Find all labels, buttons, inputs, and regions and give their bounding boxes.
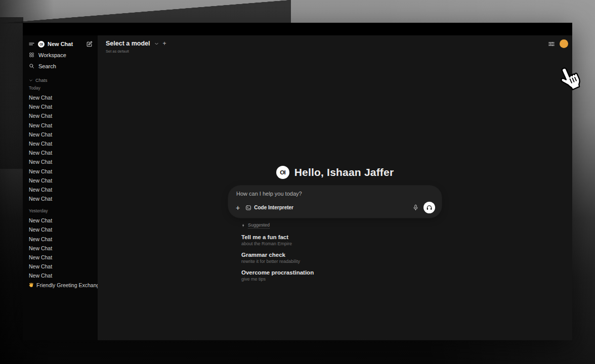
headphones-icon — [426, 204, 433, 211]
chat-list: TodayNew ChatNew ChatNew ChatNew ChatNew… — [23, 84, 98, 290]
suggestion-subtitle: about the Roman Empire — [241, 241, 442, 246]
sidebar-item-search[interactable]: Search — [23, 61, 98, 71]
chat-list-item[interactable]: New Chat — [23, 244, 98, 253]
suggestion-item[interactable]: Tell me a fun fact about the Roman Empir… — [241, 234, 442, 246]
model-selector-area: Select a model + Set as default — [106, 40, 166, 54]
chat-list-item[interactable]: New Chat — [23, 262, 98, 271]
app-window: OI New Chat Workspace Search — [23, 23, 572, 340]
chat-list-item[interactable]: New Chat — [23, 235, 98, 244]
chat-list-item[interactable]: New Chat — [23, 167, 98, 176]
controls-sliders-icon[interactable] — [548, 40, 555, 48]
workspace-grid-icon — [29, 52, 34, 58]
workspace-label: Workspace — [38, 52, 66, 58]
microphone-icon[interactable] — [412, 204, 419, 211]
user-avatar[interactable] — [560, 39, 568, 48]
suggestion-item[interactable]: Overcome procrastination give me tips — [241, 269, 442, 282]
chat-list-item[interactable]: New Chat — [23, 148, 98, 157]
chat-list-item[interactable]: New Chat — [23, 139, 98, 148]
sidebar-header: OI New Chat — [23, 39, 98, 49]
chat-list-item[interactable]: New Chat — [23, 121, 98, 130]
chat-list-item[interactable]: New Chat — [23, 157, 98, 166]
chat-list-item[interactable]: New Chat — [23, 185, 98, 194]
chat-list-item[interactable]: New Chat — [23, 194, 98, 203]
chats-section-label: Chats — [35, 78, 48, 83]
chat-list-item[interactable]: New Chat — [23, 93, 98, 102]
chat-list-item[interactable]: New Chat — [23, 102, 98, 111]
chat-group-label: Yesterday — [23, 207, 98, 215]
suggestion-item[interactable]: Grammar check rewrite it for better read… — [241, 252, 442, 264]
openwebui-logo: OI — [38, 41, 45, 48]
add-model-button[interactable]: + — [163, 41, 166, 46]
sidebar: OI New Chat Workspace Search — [23, 35, 98, 340]
chat-list-item[interactable]: New Chat — [23, 216, 98, 225]
main-area: Select a model + Set as default OI — [98, 35, 572, 340]
chats-section-toggle[interactable]: Chats — [23, 77, 98, 83]
wave-emoji-icon — [29, 281, 34, 290]
search-label: Search — [38, 63, 56, 69]
sidebar-toggle-icon[interactable] — [28, 41, 35, 48]
window-titlebar — [23, 23, 572, 35]
suggested-label: Suggested — [248, 222, 270, 229]
sidebar-item-workspace[interactable]: Workspace — [23, 50, 98, 60]
new-chat-icon[interactable] — [86, 41, 93, 48]
code-interpreter-label: Code Interpreter — [254, 205, 293, 210]
suggestion-title: Overcome procrastination — [241, 269, 442, 276]
terminal-icon — [245, 205, 251, 211]
chat-list-item[interactable]: New Chat — [23, 130, 98, 139]
wallpaper-wedge-left — [0, 17, 23, 169]
voice-call-button[interactable] — [423, 202, 435, 213]
model-chevron-down-icon[interactable] — [154, 41, 159, 46]
search-icon — [29, 63, 34, 69]
suggestion-title: Tell me a fun fact — [241, 234, 442, 240]
chat-list-item[interactable]: New Chat — [23, 271, 98, 280]
suggested-header: Suggested — [241, 222, 442, 229]
chat-list-item[interactable]: New Chat — [23, 176, 98, 185]
code-interpreter-toggle[interactable]: Code Interpreter — [245, 205, 293, 211]
welcome-panel: OI Hello, Ishaan Jaffer How can I help y… — [228, 166, 442, 282]
chat-list-item[interactable]: New Chat — [23, 225, 98, 234]
wallpaper-wedge — [0, 0, 291, 23]
message-composer[interactable]: How can I help you today? + Code Interpr… — [228, 186, 442, 218]
attach-plus-button[interactable]: + — [235, 205, 241, 211]
model-selector[interactable]: Select a model — [106, 40, 150, 47]
greeting-text: Hello, Ishaan Jaffer — [294, 166, 394, 178]
suggestion-title: Grammar check — [241, 252, 442, 258]
bolt-icon — [241, 223, 245, 228]
suggested-section: Suggested Tell me a fun fact about the R… — [228, 222, 442, 282]
chevron-down-icon — [29, 78, 33, 82]
desktop-background: OI New Chat Workspace Search — [0, 0, 595, 364]
set-as-default-button[interactable]: Set as default — [106, 49, 166, 54]
chat-list-item[interactable]: New Chat — [23, 111, 98, 120]
openwebui-logo-large: OI — [276, 166, 289, 179]
suggestion-subtitle: rewrite it for better readability — [241, 259, 442, 264]
suggestion-subtitle: give me tips — [241, 277, 442, 282]
chat-list-item[interactable]: New Chat — [23, 253, 98, 262]
chat-list-item[interactable]: Friendly Greeting Exchange — [23, 281, 98, 290]
chat-title: New Chat — [48, 41, 73, 47]
greeting-row: OI Hello, Ishaan Jaffer — [228, 166, 442, 179]
header-controls — [548, 39, 568, 48]
message-input[interactable]: How can I help you today? — [235, 191, 435, 197]
chat-group-label: Today — [23, 84, 98, 92]
